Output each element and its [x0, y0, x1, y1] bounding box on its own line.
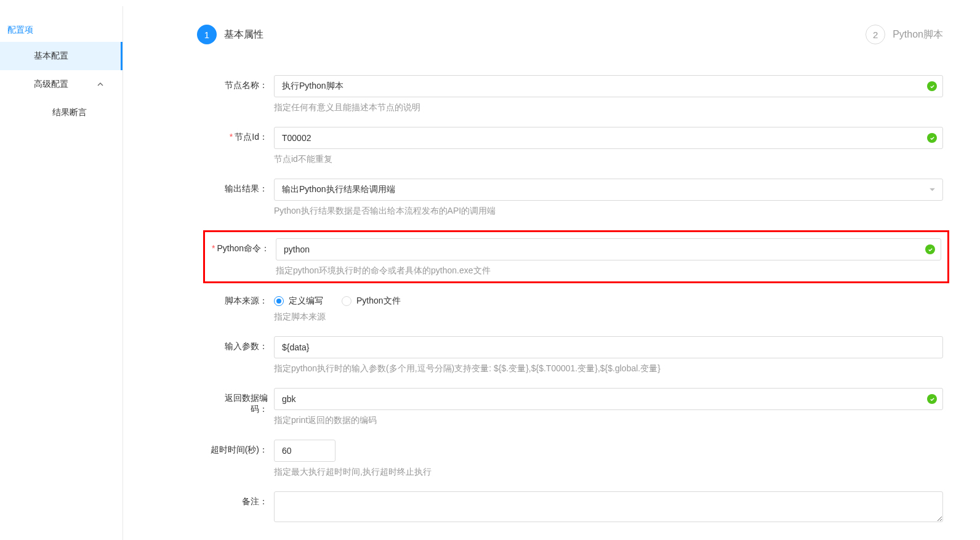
- return-encoding-input[interactable]: [274, 388, 943, 410]
- timeout-input[interactable]: [274, 440, 335, 462]
- radio-circle: [342, 296, 351, 306]
- step-circle: 2: [866, 25, 885, 44]
- form-label: 备注：: [209, 491, 274, 524]
- form-label: 超时时间(秒)：: [209, 440, 274, 478]
- step-label: Python脚本: [893, 28, 943, 41]
- radio-label: 定义编写: [289, 296, 323, 307]
- form-row-node-name: 节点名称： 指定任何有意义且能描述本节点的说明: [209, 75, 943, 113]
- form-row-script-source: 脚本来源： 定义编写 Python文件 指定脚本来源: [209, 291, 943, 323]
- form-label: 节点名称：: [209, 75, 274, 113]
- form-row-return-encoding: 返回数据编码： 指定print返回的数据的编码: [209, 388, 943, 426]
- hint: 指定脚本来源: [274, 312, 943, 323]
- hint: 指定任何有意义且能描述本节点的说明: [274, 102, 943, 113]
- form-row-output-result: 输出结果： 输出Python执行结果给调用端 Python执行结果数据是否输出给…: [209, 179, 943, 217]
- check-icon: [927, 133, 937, 143]
- check-icon: [927, 81, 937, 91]
- node-id-input[interactable]: [274, 127, 943, 149]
- chevron-up-icon: [97, 81, 104, 88]
- main-content: 1 基本属性 2 Python脚本 节点名称： 指定: [123, 6, 980, 540]
- form-row-node-id: *节点Id： 节点id不能重复: [209, 127, 943, 165]
- form-row-input-params: 输入参数： 指定python执行时的输入参数(多个用,逗号分隔)支持变量: ${…: [209, 336, 943, 374]
- script-source-radio-group: 定义编写 Python文件: [274, 291, 943, 307]
- required-marker: *: [230, 132, 233, 142]
- radio-label: Python文件: [356, 296, 401, 307]
- form-label: 输出结果：: [209, 179, 274, 217]
- step-circle: 1: [197, 25, 217, 44]
- form-label: 脚本来源：: [209, 291, 274, 323]
- check-icon: [925, 244, 935, 254]
- form-label: 返回数据编码：: [209, 388, 274, 426]
- hint: 指定python执行时的输入参数(多个用,逗号分隔)支持变量: ${$.变量},…: [274, 363, 943, 374]
- radio-option-file[interactable]: Python文件: [342, 296, 401, 307]
- form-label: *Python命令：: [211, 238, 276, 276]
- step-2[interactable]: 2 Python脚本: [866, 25, 943, 44]
- required-marker: *: [212, 243, 215, 253]
- form: 节点名称： 指定任何有意义且能描述本节点的说明 *节点Id：: [197, 75, 943, 524]
- form-label: *节点Id：: [209, 127, 274, 165]
- chevron-down-icon: [929, 187, 936, 193]
- output-result-select[interactable]: 输出Python执行结果给调用端: [274, 179, 943, 201]
- sidebar-item-basic-config[interactable]: 基本配置: [0, 42, 122, 70]
- sidebar-subitem-result-assertion[interactable]: 结果断言: [0, 99, 122, 127]
- sidebar-item-advanced-config[interactable]: 高级配置: [0, 70, 122, 99]
- input-params-input[interactable]: [274, 336, 943, 358]
- hint: Python执行结果数据是否输出给本流程发布的API的调用端: [274, 206, 943, 217]
- hint: 节点id不能重复: [274, 154, 943, 165]
- sidebar-subitem-label: 结果断言: [52, 107, 87, 117]
- steps-header: 1 基本属性 2 Python脚本: [197, 25, 943, 44]
- python-cmd-input[interactable]: [276, 238, 941, 260]
- sidebar: 配置项 基本配置 高级配置 结果断言: [0, 6, 123, 540]
- form-row-timeout: 超时时间(秒)： 指定最大执行超时时间,执行超时终止执行: [209, 440, 943, 478]
- sidebar-title: 配置项: [0, 18, 122, 42]
- form-label: 输入参数：: [209, 336, 274, 374]
- hint: 指定最大执行超时时间,执行超时终止执行: [274, 467, 943, 478]
- radio-circle: [274, 296, 284, 306]
- sidebar-item-label: 基本配置: [34, 50, 68, 62]
- radio-option-custom[interactable]: 定义编写: [274, 296, 323, 307]
- node-name-input[interactable]: [274, 75, 943, 97]
- form-row-python-cmd: *Python命令： 指定python环境执行时的命令或者具体的python.e…: [203, 230, 949, 283]
- sidebar-item-label: 高级配置: [34, 79, 68, 90]
- step-1[interactable]: 1 基本属性: [197, 25, 263, 44]
- remark-textarea[interactable]: [274, 491, 943, 522]
- hint: 指定print返回的数据的编码: [274, 415, 943, 426]
- step-label: 基本属性: [224, 28, 263, 41]
- check-icon: [927, 394, 937, 404]
- form-row-remark: 备注：: [209, 491, 943, 524]
- hint: 指定python环境执行时的命令或者具体的python.exe文件: [276, 265, 941, 276]
